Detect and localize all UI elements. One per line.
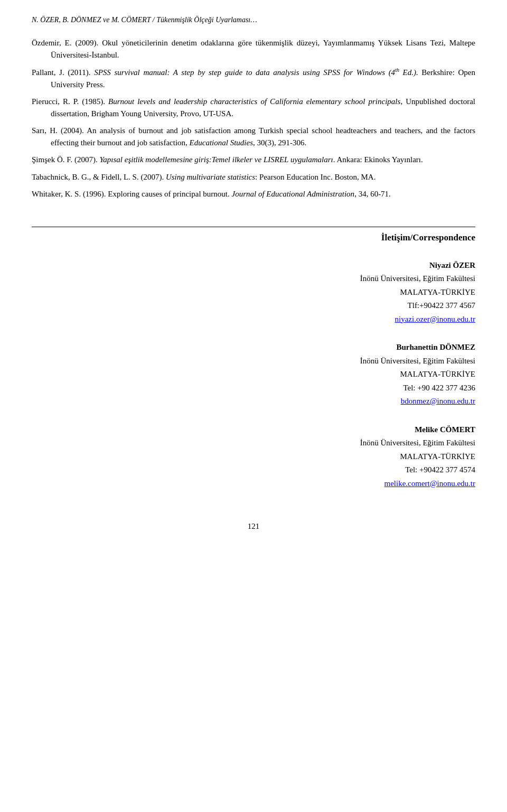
page-number: 121 <box>32 522 475 531</box>
reference-simsek: Şimşek Ö. F. (2007). Yapısal eşitlik mod… <box>32 154 475 166</box>
contact-ozer-email[interactable]: niyazi.ozer@inonu.edu.tr <box>32 313 475 326</box>
contact-ozer-email-link[interactable]: niyazi.ozer@inonu.edu.tr <box>395 315 475 323</box>
ref-simsek-text: Şimşek Ö. F. (2007). Yapısal eşitlik mod… <box>32 155 423 164</box>
contact-comert-email-link[interactable]: melike.comert@inonu.edu.tr <box>384 479 475 488</box>
contact-comert-email[interactable]: melike.comert@inonu.edu.tr <box>32 477 475 491</box>
ref-sari-text: Sarı, H. (2004). An analysis of burnout … <box>32 126 475 147</box>
contact-ozer-institution: İnönü Üniversitesi, Eğitim Fakültesi <box>32 272 475 286</box>
page-header: N. ÖZER, B. DÖNMEZ ve M. CÖMERT / Tükenm… <box>32 16 475 24</box>
contact-comert-institution: İnönü Üniversitesi, Eğitim Fakültesi <box>32 436 475 450</box>
ref-pierucci-text: Pierucci, R. P. (1985). Burnout levels a… <box>32 97 475 118</box>
contact-comert-name: Melike CÖMERT <box>32 423 475 437</box>
contact-ozer: Niyazi ÖZER İnönü Üniversitesi, Eğitim F… <box>32 259 475 326</box>
reference-whitaker: Whitaker, K. S. (1996). Exploring causes… <box>32 188 475 200</box>
contact-donmez-email-link[interactable]: bdonmez@inonu.edu.tr <box>401 397 475 405</box>
contact-donmez-location: MALATYA-TÜRKİYE <box>32 368 475 381</box>
reference-ozdemir: Özdemir, E. (2009). Okul yöneticilerinin… <box>32 37 475 61</box>
contact-ozer-name: Niyazi ÖZER <box>32 259 475 273</box>
contact-donmez-institution: İnönü Üniversitesi, Eğitim Fakültesi <box>32 354 475 368</box>
contact-ozer-phone: Tlf:+90422 377 4567 <box>32 299 475 313</box>
header-text: N. ÖZER, B. DÖNMEZ ve M. CÖMERT / Tükenm… <box>32 16 257 24</box>
contact-comert-phone: Tel: +90422 377 4574 <box>32 463 475 477</box>
ref-tabachnick-text: Tabachnick, B. G., & Fidell, L. S. (2007… <box>32 173 375 181</box>
contact-donmez-name: Burhanettin DÖNMEZ <box>32 341 475 354</box>
ref-ozdemir-text: Özdemir, E. (2009). Okul yöneticilerinin… <box>32 39 475 59</box>
contact-donmez-email[interactable]: bdonmez@inonu.edu.tr <box>32 395 475 408</box>
reference-sari: Sarı, H. (2004). An analysis of burnout … <box>32 125 475 148</box>
contact-comert-location: MALATYA-TÜRKİYE <box>32 450 475 464</box>
ref-pallant-text: Pallant, J. (2011). SPSS survival manual… <box>32 68 475 89</box>
reference-tabachnick: Tabachnick, B. G., & Fidell, L. S. (2007… <box>32 171 475 183</box>
contact-comert: Melike CÖMERT İnönü Üniversitesi, Eğitim… <box>32 423 475 491</box>
reference-pierucci: Pierucci, R. P. (1985). Burnout levels a… <box>32 96 475 119</box>
references-section: Özdemir, E. (2009). Okul yöneticilerinin… <box>32 37 475 200</box>
correspondence-title: İletişim/Correspondence <box>32 227 475 243</box>
contact-ozer-location: MALATYA-TÜRKİYE <box>32 286 475 300</box>
ref-whitaker-text: Whitaker, K. S. (1996). Exploring causes… <box>32 190 391 198</box>
contact-donmez: Burhanettin DÖNMEZ İnönü Üniversitesi, E… <box>32 341 475 408</box>
reference-pallant: Pallant, J. (2011). SPSS survival manual… <box>32 66 475 90</box>
correspondence-section: İletişim/Correspondence Niyazi ÖZER İnön… <box>32 227 475 491</box>
contact-donmez-phone: Tel: +90 422 377 4236 <box>32 381 475 395</box>
